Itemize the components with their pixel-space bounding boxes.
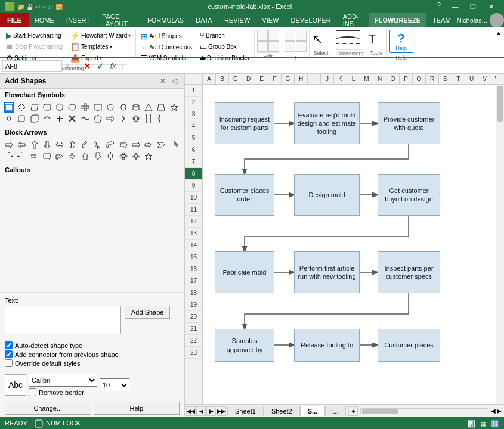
row-20[interactable]: 20: [185, 311, 202, 323]
flowchart-box-6[interactable]: Get customer buyoff on design: [378, 174, 440, 216]
row-2[interactable]: 2: [185, 97, 202, 108]
row-14[interactable]: 14: [185, 240, 202, 251]
shape-rectangle[interactable]: [4, 102, 14, 113]
shape-off-rect[interactable]: [29, 113, 40, 124]
start-flowcharting-button[interactable]: ▶ Start Flowcharting: [4, 30, 65, 41]
sheet-tab-1[interactable]: Sheet1: [227, 406, 264, 416]
override-styles-checkbox[interactable]: [5, 359, 13, 367]
sheet-tab-2[interactable]: Sheet2: [264, 406, 300, 416]
row-16[interactable]: 16: [185, 263, 202, 275]
font-name-select[interactable]: Calibri Arial Times New Roman: [29, 374, 97, 387]
flowchart-canvas[interactable]: Incoming request for custom parts Evalua…: [203, 85, 496, 404]
col-E[interactable]: E: [255, 74, 268, 84]
arrow-circular-left[interactable]: [16, 151, 27, 161]
scrollbar-thumb[interactable]: [497, 86, 503, 122]
col-P[interactable]: P: [400, 74, 413, 84]
shape-cross[interactable]: [80, 102, 91, 113]
row-4[interactable]: 4: [185, 120, 202, 132]
sheet-scroll-next[interactable]: ▶: [206, 406, 216, 416]
col-H[interactable]: H: [295, 74, 308, 84]
flowchart-box-9[interactable]: Inspect parts per customer specs: [378, 251, 440, 293]
add-shape-button[interactable]: Add Shape: [125, 306, 170, 319]
tab-insert[interactable]: INSERT: [60, 13, 96, 27]
col-B[interactable]: B: [216, 74, 229, 84]
arrow-sun[interactable]: [131, 151, 141, 161]
shape-hexagon[interactable]: [54, 102, 65, 113]
col-L[interactable]: L: [347, 74, 360, 84]
row-7[interactable]: 7: [185, 156, 202, 168]
edit-icon-2[interactable]: [268, 30, 279, 41]
arrow-turn-right[interactable]: [105, 139, 116, 150]
tab-home[interactable]: HOME: [29, 13, 60, 27]
close-button[interactable]: ✕: [483, 1, 499, 12]
flowchart-box-3[interactable]: Provide customer with quote: [378, 102, 440, 144]
col-W[interactable]: W: [491, 74, 496, 84]
col-V[interactable]: V: [478, 74, 491, 84]
col-K[interactable]: K: [334, 74, 347, 84]
flowchart-box-4[interactable]: Customer places order: [215, 174, 274, 216]
shape-oval[interactable]: [67, 102, 78, 113]
arrow-down-block[interactable]: [42, 139, 52, 150]
col-D[interactable]: D: [242, 74, 255, 84]
flowchart-box-1[interactable]: Incoming request for custom parts: [215, 102, 274, 144]
shape-cylinder[interactable]: [131, 102, 141, 113]
flowchart-box-11[interactable]: Release tooling to: [294, 329, 360, 362]
arrow-stripe[interactable]: [131, 139, 141, 150]
arrow-flower[interactable]: [118, 151, 129, 161]
col-A[interactable]: A: [203, 74, 216, 84]
panel-close-button[interactable]: ✕: [157, 76, 168, 86]
col-S[interactable]: S: [439, 74, 452, 84]
shape-rounded-rect[interactable]: [42, 102, 52, 113]
col-Q[interactable]: Q: [413, 74, 426, 84]
arrow-notched[interactable]: [118, 139, 129, 150]
col-J[interactable]: J: [321, 74, 334, 84]
tab-data[interactable]: DATA: [190, 13, 218, 27]
tab-developer[interactable]: DEVELOPER: [285, 13, 336, 27]
arrow-ud-block[interactable]: [67, 139, 78, 150]
row-10[interactable]: 10: [185, 192, 202, 204]
edit-icon-1[interactable]: [257, 30, 268, 41]
cursor-icon[interactable]: ↖: [312, 32, 323, 47]
tab-flowbreeze[interactable]: FLOWBREEZE: [369, 13, 426, 27]
col-C[interactable]: C: [229, 74, 242, 84]
sheet-scroll-last[interactable]: ▶▶: [217, 406, 226, 416]
row-17[interactable]: 17: [185, 275, 202, 287]
arrow-star-small[interactable]: [143, 151, 154, 161]
minimize-button[interactable]: —: [447, 1, 463, 12]
shape-small-circle[interactable]: [4, 113, 14, 124]
layout-icon-2[interactable]: [296, 30, 307, 41]
horizontal-scrollbar[interactable]: [360, 408, 488, 414]
arrow-small-up[interactable]: [80, 151, 91, 161]
row-1[interactable]: 1: [185, 85, 202, 97]
layout-icon-1[interactable]: [285, 30, 295, 41]
sheet-scroll-first[interactable]: ◀◀: [186, 406, 196, 416]
shape-wave[interactable]: [80, 113, 91, 124]
col-G[interactable]: G: [282, 74, 295, 84]
row-9[interactable]: 9: [185, 180, 202, 192]
templates-button[interactable]: 📋 Templates ▾: [68, 41, 133, 52]
cells-area[interactable]: Incoming request for custom parts Evalua…: [203, 85, 496, 404]
arrow-circular-right[interactable]: [4, 151, 14, 161]
sheet-scroll-prev[interactable]: ◀: [196, 406, 206, 416]
branch-button[interactable]: ⑂ Branch: [197, 30, 252, 41]
col-T[interactable]: T: [452, 74, 465, 84]
shape-triangle[interactable]: [143, 102, 154, 113]
remove-border-checkbox[interactable]: [29, 388, 36, 396]
shape-bracket[interactable]: [143, 113, 154, 124]
help-button[interactable]: ? Help: [389, 30, 413, 53]
shape-circle[interactable]: [105, 102, 116, 113]
shape-star[interactable]: [169, 102, 180, 113]
col-M[interactable]: M: [360, 74, 373, 84]
edit-icon-4[interactable]: [268, 41, 279, 52]
row-23[interactable]: 23: [185, 347, 202, 359]
arrow-bent[interactable]: [54, 151, 65, 161]
flowchart-box-8[interactable]: Perform first article run with new tooli…: [294, 251, 360, 293]
user-name[interactable]: Nicholas...: [457, 17, 487, 24]
tools-icon[interactable]: T: [369, 32, 376, 46]
row-19[interactable]: 19: [185, 299, 202, 311]
shape-brace[interactable]: [156, 113, 166, 124]
col-R[interactable]: R: [426, 74, 439, 84]
row-6[interactable]: 6: [185, 144, 202, 156]
arrow-donut[interactable]: [67, 151, 78, 161]
tab-review[interactable]: REVIEW: [218, 13, 256, 27]
